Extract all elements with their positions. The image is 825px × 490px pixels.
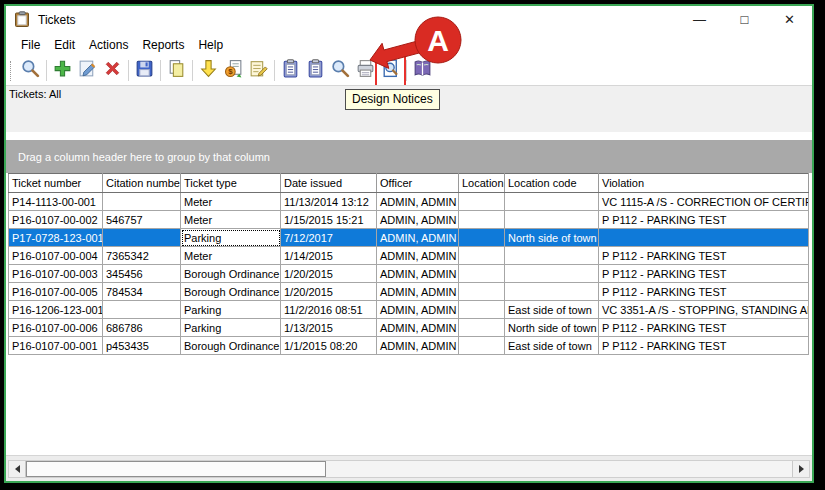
grid-cell[interactable]: 7/12/2017 (281, 229, 377, 247)
grid-cell[interactable] (505, 247, 599, 265)
grid-cell[interactable]: 1/20/2015 (281, 283, 377, 301)
grid-cell[interactable]: 345456 (103, 265, 181, 283)
grid-cell[interactable]: 784534 (103, 283, 181, 301)
grid-cell[interactable]: P P112 - PARKING TEST (599, 337, 809, 355)
grid-cell[interactable]: 686786 (103, 319, 181, 337)
grid-cell[interactable]: Meter (181, 193, 281, 211)
column-header[interactable]: Officer (377, 174, 459, 193)
toolbar-button-copy[interactable] (164, 58, 189, 84)
table-row[interactable]: P17-0728-123-001Parking7/12/2017ADMIN, A… (9, 229, 809, 247)
minimize-button[interactable]: — (677, 6, 722, 33)
menu-edit[interactable]: Edit (47, 36, 82, 54)
toolbar-button-design-notices[interactable] (378, 58, 403, 84)
grid-cell[interactable]: North side of town (505, 319, 599, 337)
column-header[interactable]: Location (459, 174, 505, 193)
toolbar-button-reports[interactable] (410, 58, 435, 84)
table-row[interactable]: P14-1113-00-001Meter11/13/2014 13:12ADMI… (9, 193, 809, 211)
table-row[interactable]: P16-0107-00-002546757Meter1/15/2015 15:2… (9, 211, 809, 229)
close-button[interactable]: ✕ (767, 6, 812, 33)
grid-cell[interactable]: 1/13/2015 (281, 319, 377, 337)
grid-cell[interactable] (459, 247, 505, 265)
toolbar-button-edit[interactable] (75, 58, 100, 84)
grid-cell[interactable]: ADMIN, ADMIN (377, 229, 459, 247)
grid-cell[interactable] (459, 301, 505, 319)
grid-cell[interactable]: ADMIN, ADMIN (377, 337, 459, 355)
grid-cell[interactable]: 7365342 (103, 247, 181, 265)
grid-cell[interactable]: 1/20/2015 (281, 265, 377, 283)
toolbar-button-notes[interactable] (246, 58, 271, 84)
grid-cell[interactable]: Meter (181, 247, 281, 265)
grid-cell[interactable]: ADMIN, ADMIN (377, 247, 459, 265)
grid-cell[interactable]: East side of town (505, 337, 599, 355)
grid-cell[interactable]: P16-1206-123-001 (9, 301, 103, 319)
scroll-left-button[interactable] (9, 461, 26, 477)
grid-cell[interactable] (459, 193, 505, 211)
grid-cell[interactable] (459, 229, 505, 247)
column-header[interactable]: Ticket type (181, 174, 281, 193)
maximize-button[interactable]: □ (722, 6, 767, 33)
grid-cell[interactable]: P16-0107-00-001 (9, 337, 103, 355)
table-row[interactable]: P16-0107-00-006686786Parking1/13/2015ADM… (9, 319, 809, 337)
grid-cell[interactable]: P16-0107-00-003 (9, 265, 103, 283)
toolbar-button-save[interactable] (132, 58, 157, 84)
grid-cell[interactable] (459, 265, 505, 283)
grid-cell[interactable]: P P112 - PARKING TEST (599, 211, 809, 229)
group-by-bar[interactable]: Drag a column header here to group by th… (6, 140, 812, 173)
grid-cell[interactable] (459, 319, 505, 337)
table-row[interactable]: P16-0107-00-005784534Borough Ordinance1/… (9, 283, 809, 301)
grid-cell[interactable]: ADMIN, ADMIN (377, 283, 459, 301)
scroll-right-button[interactable] (792, 461, 809, 477)
grid-cell[interactable]: 11/13/2014 13:12 (281, 193, 377, 211)
menu-reports[interactable]: Reports (135, 36, 191, 54)
table-row[interactable]: P16-0107-00-003345456Borough Ordinance1/… (9, 265, 809, 283)
table-row[interactable]: P16-0107-00-0047365342Meter1/14/2015ADMI… (9, 247, 809, 265)
grid-cell[interactable]: 1/1/2015 08:20 (281, 337, 377, 355)
grid-cell[interactable]: Borough Ordinance (181, 265, 281, 283)
grid-cell[interactable]: VC 3351-A /S - STOPPING, STANDING AND P (599, 301, 809, 319)
column-header[interactable]: Citation number (103, 174, 181, 193)
grid-cell[interactable]: Borough Ordinance (181, 337, 281, 355)
column-header[interactable]: Violation (599, 174, 809, 193)
grid-cell[interactable]: ADMIN, ADMIN (377, 301, 459, 319)
menu-actions[interactable]: Actions (82, 36, 135, 54)
column-header[interactable]: Location code (505, 174, 599, 193)
grid-cell[interactable] (103, 193, 181, 211)
grid-cell[interactable]: P P112 - PARKING TEST (599, 247, 809, 265)
grid-cell[interactable]: P16-0107-00-004 (9, 247, 103, 265)
grid-cell[interactable] (459, 211, 505, 229)
column-header[interactable]: Date issued (281, 174, 377, 193)
horizontal-scrollbar[interactable] (8, 460, 810, 478)
grid-cell[interactable]: p453435 (103, 337, 181, 355)
toolbar-button-add[interactable] (50, 58, 75, 84)
toolbar-button-paste[interactable] (303, 58, 328, 84)
toolbar-button-delete[interactable] (100, 58, 125, 84)
grid-cell[interactable]: 11/2/2016 08:51 (281, 301, 377, 319)
grid-cell[interactable] (505, 193, 599, 211)
menu-file[interactable]: File (14, 36, 47, 54)
grid-cell[interactable]: P14-1113-00-001 (9, 193, 103, 211)
toolbar-button-print[interactable] (353, 58, 378, 84)
grid-cell[interactable]: Parking (181, 301, 281, 319)
grid-cell[interactable] (505, 265, 599, 283)
grid-cell[interactable]: P16-0107-00-006 (9, 319, 103, 337)
grid-cell[interactable]: P16-0107-00-002 (9, 211, 103, 229)
grid-cell[interactable]: Borough Ordinance (181, 283, 281, 301)
column-header[interactable]: Ticket number (9, 174, 103, 193)
grid-cell[interactable]: P P112 - PARKING TEST (599, 283, 809, 301)
grid-cell[interactable]: P16-0107-00-005 (9, 283, 103, 301)
grid-cell[interactable]: North side of town (505, 229, 599, 247)
grid-cell[interactable] (599, 229, 809, 247)
grid-cell[interactable]: ADMIN, ADMIN (377, 319, 459, 337)
toolbar-button-paste[interactable] (278, 58, 303, 84)
table-row[interactable]: P16-1206-123-001Parking11/2/2016 08:51AD… (9, 301, 809, 319)
grid-cell[interactable]: P P112 - PARKING TEST (599, 319, 809, 337)
grid-cell[interactable] (103, 229, 181, 247)
toolbar-button-find[interactable] (18, 58, 43, 84)
grid-cell[interactable]: 546757 (103, 211, 181, 229)
scrollbar-thumb[interactable] (26, 461, 326, 477)
grid-cell[interactable]: P17-0728-123-001 (9, 229, 103, 247)
toolbar-button-payment[interactable]: $ (221, 58, 246, 84)
grid-cell[interactable] (505, 211, 599, 229)
menu-help[interactable]: Help (191, 36, 230, 54)
toolbar-button-import[interactable] (196, 58, 221, 84)
